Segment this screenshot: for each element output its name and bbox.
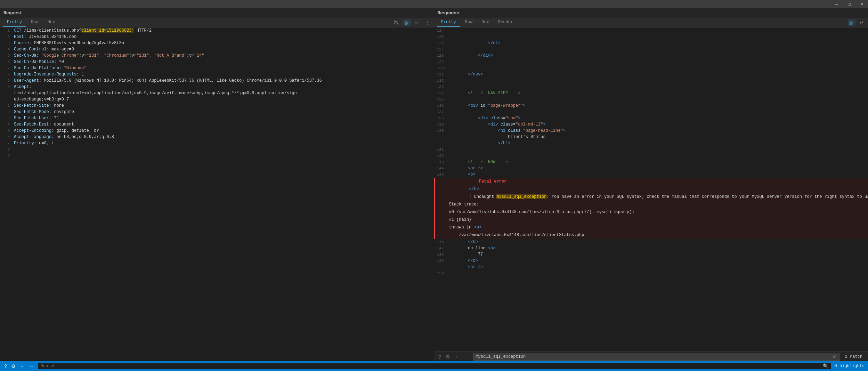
table-row: 7 Priority: u=0, i	[0, 140, 434, 146]
table-row: 8 Upgrade-Insecure-Requests: 1	[0, 71, 434, 78]
request-code-area[interactable]: 1 GET /lims/clientStatus.php?client_id=1…	[0, 27, 434, 361]
request-tabs: Pretty Raw Hex	[3, 18, 59, 27]
table-row: 147 on line <b>	[434, 245, 868, 251]
help-icon[interactable]: ?	[3, 363, 8, 370]
svg-rect-7	[850, 24, 852, 25]
table-row: 3 Sec-Fetch-User: ?1	[0, 115, 434, 121]
table-row: 7 Sec-Ch-Ua-Platform: "Windows"	[0, 65, 434, 71]
table-row: 137	[434, 109, 868, 115]
table-row: 150	[434, 270, 868, 276]
window-controls: ─ □ ✕	[830, 0, 868, 8]
forward-icon[interactable]: →	[27, 363, 35, 370]
response-search-field-container: ✕	[473, 353, 840, 361]
table-row: #1 {main}	[434, 216, 868, 224]
back-icon[interactable]: ←	[18, 363, 26, 370]
newline-icon[interactable]: ↵	[414, 19, 421, 26]
response-tab-bar: Pretty Raw Hex Render ↵	[434, 18, 868, 27]
response-prev-match-icon[interactable]: ←	[454, 353, 461, 360]
svg-rect-2	[405, 23, 408, 24]
response-search-bar: ? ⚙ ← → ✕ 1 match	[434, 352, 868, 361]
table-row: 127	[434, 46, 868, 53]
table-row: 129	[434, 59, 868, 65]
tab-response-pretty[interactable]: Pretty	[437, 18, 460, 27]
highlights-badge: 0 highlights	[831, 361, 868, 371]
table-row: 140 <h1 class="page-head-line">	[434, 128, 868, 134]
table-row: 134 <!-- /. NAV SIDE -->	[434, 90, 868, 96]
more-options-icon[interactable]: ⋮	[423, 19, 431, 26]
table-row: 4 Cache-Control: max-age=0	[0, 46, 434, 53]
table-row: 143 <!-- /. ROW -->	[434, 159, 868, 165]
request-tab-bar: Pretty Raw Hex ↵	[0, 18, 434, 27]
response-panel-header: Response	[434, 8, 868, 18]
table-row: 141	[434, 146, 868, 153]
search-container: 🔍	[38, 363, 831, 369]
table-row: 1 Sec-Fetch-Site: none	[0, 103, 434, 109]
response-search-input[interactable]	[476, 354, 830, 359]
table-row: 132	[434, 78, 868, 84]
table-row: 126 </ul>	[434, 40, 868, 46]
top-bar: ─ □ ✕	[0, 0, 868, 8]
request-panel: Request Pretty Raw Hex	[0, 8, 434, 361]
settings-icon[interactable]: ⚙	[10, 363, 17, 370]
table-row: 130	[434, 65, 868, 71]
tab-response-hex[interactable]: Hex	[477, 18, 493, 27]
tab-response-raw[interactable]: Raw	[461, 18, 477, 27]
table-row: 0 Accept:	[0, 84, 434, 90]
tab-request-pretty[interactable]: Pretty	[3, 18, 26, 27]
response-panel: Response Pretty Raw Hex Render ↵	[434, 8, 868, 361]
response-settings-icon[interactable]: ⚙	[444, 353, 452, 360]
response-search-clear-icon[interactable]: ✕	[831, 354, 838, 360]
table-row: 145 <b>	[434, 171, 868, 178]
table-row: #0 /var/www/livelabs.0x4148.com/lims/cli…	[434, 208, 868, 216]
search-input[interactable]	[41, 364, 821, 369]
table-row: 142	[434, 153, 868, 159]
tab-request-raw[interactable]: Raw	[27, 18, 43, 27]
svg-rect-0	[405, 21, 407, 22]
table-row: Fatal error	[434, 178, 868, 185]
table-row: 144 <br />	[434, 165, 868, 171]
table-row: <br />	[434, 264, 868, 270]
maximize-button[interactable]: □	[843, 0, 855, 8]
table-row: 146 </b>	[434, 239, 868, 245]
response-code-area[interactable]: 124 125 126 </ul> 127 128 </div>	[434, 27, 868, 352]
response-newline-icon[interactable]: ↵	[858, 19, 865, 26]
table-row: 8	[0, 146, 434, 153]
table-row: thrown in <b>	[434, 224, 868, 231]
minimize-button[interactable]: ─	[830, 0, 843, 8]
tab-response-render[interactable]: Render	[494, 18, 517, 27]
main-container: Request Pretty Raw Hex	[0, 8, 868, 361]
table-row: 6 Sec-Ch-Ua-Mobile: ?0	[0, 59, 434, 65]
response-title: Response	[438, 10, 459, 16]
table-row: 139 <div class="col-md-12">	[434, 121, 868, 128]
format-icon[interactable]	[403, 19, 411, 26]
response-tab-icons: ↵	[848, 19, 865, 26]
table-row: Client's Status	[434, 134, 868, 140]
table-row: 128 </div>	[434, 53, 868, 59]
response-next-match-icon[interactable]: →	[463, 353, 471, 360]
table-row: 9	[0, 153, 434, 159]
response-help-icon[interactable]: ?	[437, 353, 443, 360]
table-row: </b>	[434, 185, 868, 193]
svg-rect-5	[850, 22, 853, 23]
svg-rect-1	[405, 22, 408, 23]
tab-request-hex[interactable]: Hex	[43, 18, 59, 27]
table-row: 3 Cookie: PHPSESSID=vlvjven6bsndg7kg4val…	[0, 40, 434, 46]
svg-rect-3	[405, 24, 407, 25]
table-row: 4 Sec-Fetch-Dest: document	[0, 121, 434, 128]
table-row: 125	[434, 34, 868, 40]
table-row: 148 77	[434, 251, 868, 258]
match-count: 1 match	[842, 354, 865, 359]
table-row: 5 Accept-Encoding: gzip, deflate, br	[0, 128, 434, 134]
table-row: 136 <div id="page-wrapper">	[434, 103, 868, 109]
response-format-icon[interactable]	[848, 19, 855, 26]
table-row: 5 Sec-Ch-Ua: "Google Chrome";v="131", "C…	[0, 53, 434, 59]
bottom-left-icons: ? ⚙ ← →	[0, 363, 38, 370]
table-row: 6 Accept-Language: en-US,en;q=0.9,ar;q=0…	[0, 134, 434, 140]
table-row: 135	[434, 96, 868, 103]
close-window-button[interactable]: ✕	[855, 0, 868, 8]
table-row: 9 User-Agent: Mozilla/5.0 (Windows NT 10…	[0, 78, 434, 84]
table-row: 138 <div class="row">	[434, 115, 868, 121]
table-row: 133	[434, 84, 868, 90]
eye-slash-icon[interactable]	[392, 19, 400, 26]
table-row: 1 GET /lims/clientStatus.php?client_id=1…	[0, 27, 434, 34]
